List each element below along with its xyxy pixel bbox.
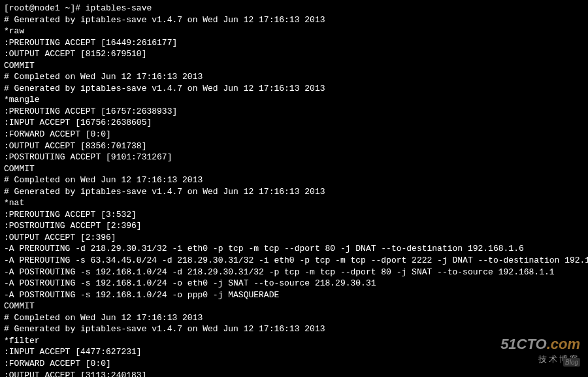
output-line: # Completed on Wed Jun 12 17:16:13 2013 — [4, 71, 584, 83]
output-line: -A POSTROUTING -s 192.168.1.0/24 -o ppp0… — [4, 289, 584, 301]
output-line: :PREROUTING ACCEPT [3:532] — [4, 209, 584, 221]
command-line: [root@node1 ~]# iptables-save — [4, 3, 584, 14]
output-line: COMMIT — [4, 301, 584, 312]
output-line: COMMIT — [4, 163, 584, 175]
output-line: -A PREROUTING -s 63.34.45.0/24 -d 218.29… — [4, 255, 584, 267]
output-line: :POSTROUTING ACCEPT [9101:731267] — [4, 152, 584, 163]
output-line: :OUTPUT ACCEPT [8152:679510] — [4, 48, 584, 60]
output-line: :PREROUTING ACCEPT [16757:2638933] — [4, 106, 584, 118]
output-line: *filter — [4, 335, 584, 347]
output-line: # Completed on Wed Jun 12 17:16:13 2013 — [4, 312, 584, 324]
output-line: -A POSTROUTING -s 192.168.1.0/24 -d 218.… — [4, 267, 584, 278]
output-line: COMMIT — [4, 60, 584, 72]
output-line: :INPUT ACCEPT [16756:2638605] — [4, 117, 584, 129]
output-line: :FORWARD ACCEPT [0:0] — [4, 129, 584, 140]
output-line: # Completed on Wed Jun 12 17:16:13 2013 — [4, 174, 584, 186]
output-line: # Generated by iptables-save v1.4.7 on W… — [4, 14, 584, 26]
output-line: :OUTPUT ACCEPT [8356:701738] — [4, 140, 584, 152]
output-line: *raw — [4, 25, 584, 37]
output-line: # Generated by iptables-save v1.4.7 on W… — [4, 323, 584, 335]
output-lines: # Generated by iptables-save v1.4.7 on W… — [4, 14, 584, 377]
output-line: :OUTPUT ACCEPT [2:396] — [4, 232, 584, 244]
output-line: :OUTPUT ACCEPT [3113:240183] — [4, 370, 584, 378]
terminal-output[interactable]: [root@node1 ~]# iptables-save # Generate… — [4, 3, 584, 377]
output-line: # Generated by iptables-save v1.4.7 on W… — [4, 186, 584, 198]
output-line: *nat — [4, 197, 584, 209]
output-line: *mangle — [4, 94, 584, 106]
output-line: # Generated by iptables-save v1.4.7 on W… — [4, 83, 584, 95]
output-line: :FORWARD ACCEPT [0:0] — [4, 358, 584, 370]
output-line: :PREROUTING ACCEPT [16449:2616177] — [4, 37, 584, 49]
output-line: -A POSTROUTING -s 192.168.1.0/24 -o eth0… — [4, 278, 584, 289]
output-line: -A PREROUTING -d 218.29.30.31/32 -i eth0… — [4, 243, 584, 255]
output-line: :INPUT ACCEPT [4477:627231] — [4, 346, 584, 358]
output-line: :POSTROUTING ACCEPT [2:396] — [4, 220, 584, 232]
